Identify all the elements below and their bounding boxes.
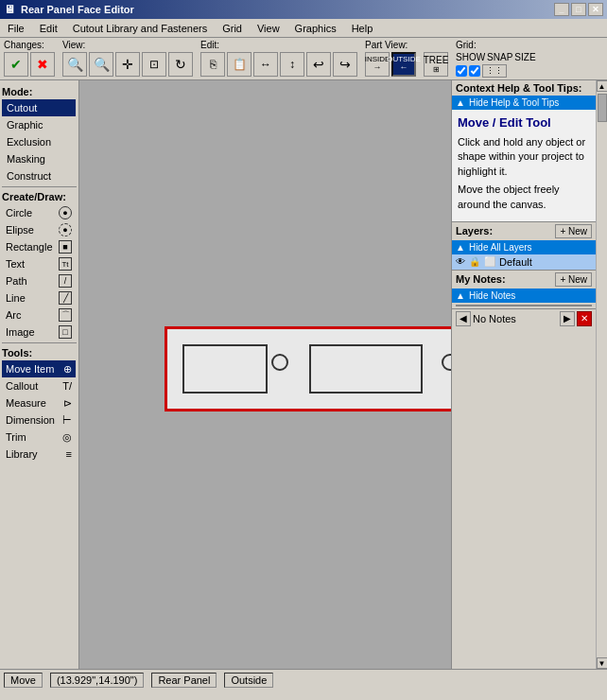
right-panel-scrollbar[interactable]: ▲ ▼: [596, 80, 607, 669]
view-group: View: 🔍 🔍 ✛ ⊡ ↻: [62, 40, 193, 77]
new-note-button[interactable]: + New: [555, 272, 592, 287]
callout-icon: T/: [62, 380, 72, 392]
status-coordinates: (13.929",14.190"): [50, 673, 144, 688]
left-circle: [271, 354, 288, 371]
close-button[interactable]: ✕: [588, 3, 603, 16]
outside-icon: ←: [400, 63, 408, 73]
delete-note-button[interactable]: ✕: [577, 311, 592, 326]
mode-construct[interactable]: Construct: [2, 167, 76, 184]
menu-help[interactable]: Help: [348, 21, 377, 36]
view-label: View:: [62, 40, 193, 50]
create-circle[interactable]: Circle ●: [2, 204, 76, 221]
snap-checkbox[interactable]: [469, 65, 480, 77]
notes-collapse-arrow-icon: ▲: [456, 290, 465, 301]
copy-button[interactable]: ⎘: [200, 52, 225, 77]
flip-h-button[interactable]: ↔: [253, 52, 278, 77]
accept-button[interactable]: ✔: [4, 52, 28, 77]
zoom-out-button[interactable]: 🔍: [62, 52, 87, 77]
notes-next-button[interactable]: ▶: [560, 311, 575, 326]
mode-exclusion[interactable]: Exclusion: [2, 133, 76, 150]
create-text[interactable]: Text Tt: [2, 255, 76, 272]
tool-move-item[interactable]: Move Item ⊕: [2, 360, 76, 377]
menu-edit[interactable]: Edit: [36, 21, 61, 36]
hide-layers-bar[interactable]: ▲ Hide All Layers: [452, 240, 596, 254]
layers-header: Layers: + New: [452, 222, 596, 240]
window-title: Rear Panel Face Editor: [21, 4, 134, 15]
menu-file[interactable]: File: [4, 21, 28, 36]
app-icon: 🖥: [4, 3, 15, 16]
part-view-label: Part View:: [365, 40, 416, 50]
outside-view-button[interactable]: OUTSIDE ←: [391, 52, 416, 77]
status-tool: Move: [4, 673, 43, 688]
trim-icon: ◎: [62, 431, 72, 444]
menu-cutout-library[interactable]: Cutout Library and Fasteners: [69, 21, 211, 36]
create-arc[interactable]: Arc ⌒: [2, 306, 76, 324]
tool-trim[interactable]: Trim ◎: [2, 429, 76, 446]
zoom-in-button[interactable]: 🔍: [89, 52, 113, 77]
arc-icon: ⌒: [59, 308, 72, 322]
size-icon[interactable]: ⋮⋮: [482, 64, 507, 78]
menu-bar: File Edit Cutout Library and Fasteners G…: [0, 19, 607, 38]
measure-icon: ⊳: [63, 397, 72, 410]
part-view-group: Part View: INSIDE → OUTSIDE ←: [365, 40, 416, 77]
mode-cutout[interactable]: Cutout: [2, 99, 76, 116]
show-checkbox[interactable]: [456, 65, 467, 77]
tree-button[interactable]: TREE ⊞: [424, 52, 448, 77]
canvas-area[interactable]: ↑ →: [79, 80, 451, 669]
hide-help-bar[interactable]: ▲ Hide Help & Tool Tips: [452, 96, 596, 110]
scrollbar-up-arrow[interactable]: ▲: [597, 80, 608, 92]
create-path[interactable]: Path /: [2, 272, 76, 289]
scrollbar-down-arrow[interactable]: ▼: [597, 657, 608, 669]
title-bar: 🖥 Rear Panel Face Editor _ □ ✕: [0, 0, 607, 19]
layers-title: Layers:: [456, 225, 493, 236]
minimize-button[interactable]: _: [554, 3, 569, 16]
flip-v-button[interactable]: ↕: [280, 52, 304, 77]
paste-button[interactable]: 📋: [227, 52, 251, 77]
layer-type-icon: ⬜: [484, 256, 495, 267]
refresh-button[interactable]: ↻: [168, 52, 193, 77]
scrollbar-thumb[interactable]: [598, 94, 607, 122]
tool-library[interactable]: Library ≡: [2, 446, 76, 463]
create-elipse[interactable]: Elipse ●: [2, 221, 76, 238]
mode-graphic[interactable]: Graphic: [2, 116, 76, 133]
path-icon: /: [59, 274, 72, 288]
menu-view[interactable]: View: [253, 21, 284, 36]
mode-label: Mode:: [2, 86, 77, 97]
tool-callout[interactable]: Callout T/: [2, 377, 76, 394]
inside-icon: →: [373, 63, 382, 73]
notes-prev-button[interactable]: ◀: [456, 311, 471, 326]
mode-masking[interactable]: Masking: [2, 150, 76, 167]
library-icon: ≡: [66, 448, 72, 460]
notes-title: My Notes:: [456, 273, 506, 285]
maximize-button[interactable]: □: [571, 3, 586, 16]
tool-dimension[interactable]: Dimension ⊢: [2, 411, 76, 429]
pan-button[interactable]: ✛: [115, 52, 140, 77]
menu-grid[interactable]: Grid: [218, 21, 246, 36]
layer-row-default[interactable]: 👁 🔒 ⬜ Default: [452, 254, 596, 270]
hide-notes-bar[interactable]: ▲ Hide Notes: [452, 289, 596, 303]
layers-collapse-arrow-icon: ▲: [456, 242, 465, 253]
line-icon: ╱: [59, 291, 72, 305]
tool-measure[interactable]: Measure ⊳: [2, 394, 76, 411]
create-line[interactable]: Line ╱: [2, 289, 76, 306]
left-panel: Mode: Cutout Graphic Exclusion Masking C…: [0, 80, 79, 669]
toolbar-area: Changes: ✔ ✖ View: 🔍 🔍 ✛ ⊡ ↻ Edit: ⎘ 📋 ↔…: [0, 38, 607, 80]
new-layer-button[interactable]: + New: [555, 224, 592, 238]
layer-lock-icon: 🔒: [469, 256, 480, 267]
right-panel: Context Help & Tool Tips: ▲ Hide Help & …: [451, 80, 607, 669]
menu-graphics[interactable]: Graphics: [291, 21, 340, 36]
redo-button[interactable]: ↪: [333, 52, 357, 77]
grid-label: Grid:: [456, 40, 536, 50]
size-label: SIZE: [514, 52, 535, 62]
reject-button[interactable]: ✖: [30, 52, 55, 77]
no-notes-label: No Notes: [473, 313, 558, 324]
layer-visibility-icon[interactable]: 👁: [456, 256, 465, 267]
notes-panel: My Notes: + New ▲ Hide Notes ◀ No Notes …: [452, 271, 596, 328]
notes-header: My Notes: + New: [452, 271, 596, 289]
context-help-header: Context Help & Tool Tips:: [452, 80, 596, 96]
create-rectangle[interactable]: Rectangle ■: [2, 238, 76, 255]
create-image[interactable]: Image □: [2, 324, 76, 341]
fit-button[interactable]: ⊡: [142, 52, 166, 77]
undo-button[interactable]: ↩: [306, 52, 331, 77]
inside-view-button[interactable]: INSIDE →: [365, 52, 390, 77]
